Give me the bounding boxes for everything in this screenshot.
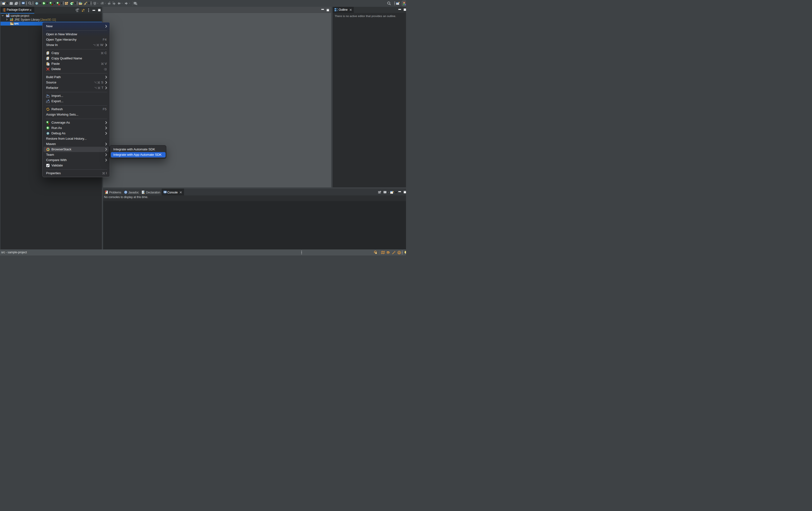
svg-text:J: J — [8, 14, 9, 16]
svg-text:@: @ — [124, 191, 127, 193]
